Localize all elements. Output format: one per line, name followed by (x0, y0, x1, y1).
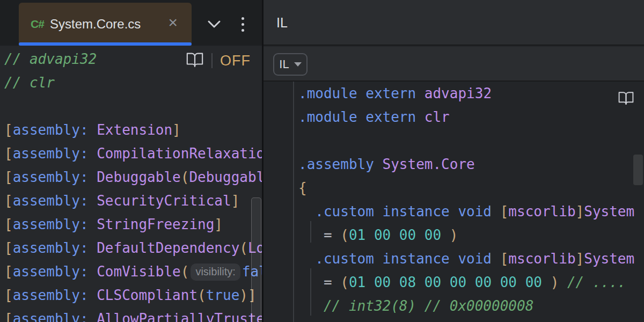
il-mode-dropdown-label: IL (279, 57, 289, 71)
il-editor[interactable]: .module extern advapi32.module extern cl… (264, 82, 644, 322)
editor-tab-bar: C# System.Core.cs × (0, 0, 262, 46)
code-token: // clr (4, 75, 55, 91)
inlay-hint: visibility: (191, 264, 240, 281)
code-token: 01 00 00 00 (349, 227, 450, 243)
code-token: Debuggabl (189, 169, 262, 185)
code-token: assembly: (13, 122, 97, 138)
il-panel-header: IL (264, 0, 644, 46)
code-line: [assembly: AllowPartiallyTruste (4, 307, 262, 322)
code-token: ] (231, 193, 240, 209)
code-line: { (298, 176, 634, 200)
code-token: [ (4, 264, 13, 280)
book-icon[interactable] (618, 90, 634, 108)
code-token: [ (4, 145, 13, 162)
close-tab-icon[interactable]: × (168, 14, 178, 31)
code-line (298, 129, 634, 152)
code-token: [ (4, 311, 13, 322)
book-icon[interactable] (186, 50, 204, 71)
code-line: [assembly: CompilationRelaxatio (4, 142, 262, 165)
editor-overlay-widget: OFF (186, 52, 251, 70)
code-token: .assembly (298, 156, 383, 172)
code-token: SecurityCritical (97, 193, 231, 209)
gutter-separator (293, 82, 294, 322)
decompiler-window: C# System.Core.cs × // advapi32// clr[as… (0, 0, 644, 322)
code-token: System (584, 203, 634, 219)
code-token: StringFreezing (97, 216, 214, 232)
il-editor-code: .module extern advapi32.module extern cl… (298, 82, 634, 318)
csharp-file-icon: C# (31, 18, 44, 31)
code-token: Extension (97, 122, 172, 138)
il-panel-toolbar: IL (264, 47, 644, 82)
code-token: [ (4, 193, 13, 209)
code-token: mscorlib (508, 203, 575, 219)
code-token: clr (425, 109, 450, 125)
code-token: assembly: (13, 264, 97, 280)
csharp-editor[interactable]: // advapi32// clr[assembly: Extension][a… (0, 46, 262, 322)
code-line: .module extern advapi32 (298, 82, 634, 105)
code-token: // advapi32 (4, 51, 97, 67)
code-token: ( (340, 227, 349, 243)
il-mode-dropdown[interactable]: IL (273, 53, 308, 76)
code-line: .custom instance void [mscorlib]System (298, 247, 634, 270)
code-token: [ (500, 251, 509, 267)
code-line: [assembly: StringFreezing] (4, 213, 262, 236)
code-token: assembly: (13, 216, 97, 232)
code-line: .module extern clr (298, 105, 634, 129)
tab-title: System.Core.cs (50, 17, 141, 32)
code-token: ComVisible (97, 264, 181, 280)
code-token: mscorlib (508, 251, 575, 267)
code-token: 01 00 08 00 00 00 00 00 (349, 274, 551, 290)
code-token: ] (576, 203, 584, 219)
code-token: [ (500, 203, 509, 219)
il-viewer-panel: IL IL .module extern advapi32.module ext… (264, 0, 644, 322)
chevron-down-icon[interactable] (204, 15, 224, 32)
code-token: [ (4, 287, 13, 303)
code-line: [assembly: ComVisible(visibility:fal (4, 260, 262, 283)
code-token: ( (340, 274, 349, 290)
code-line: [assembly: DefaultDependency(Lo (4, 236, 262, 260)
code-token: ( (197, 287, 206, 303)
left-editor-scrollbar[interactable] (251, 197, 261, 322)
code-token: ] (214, 216, 223, 232)
code-line: = (01 00 08 00 00 00 00 00 ) // .... (298, 270, 634, 294)
code-token: // int32(8) // 0x00000008 (298, 298, 533, 314)
code-token: .module extern (298, 85, 425, 101)
code-token: Debuggable (97, 169, 181, 185)
code-token: [ (4, 240, 13, 256)
code-token: assembly: (13, 145, 97, 162)
code-token: [ (4, 122, 13, 138)
il-editor-scrollbar[interactable] (633, 155, 643, 185)
code-token: ) (551, 274, 567, 290)
code-line: // clr (4, 71, 262, 94)
code-token: assembly: (13, 287, 97, 303)
code-line (4, 94, 262, 118)
code-line: [assembly: Debuggable(Debuggabl (4, 165, 262, 189)
code-token: = (298, 227, 340, 243)
code-token: DefaultDependency (97, 240, 239, 256)
code-token: ( (181, 264, 189, 280)
code-token: [ (4, 216, 13, 232)
left-editor-code: // advapi32// clr[assembly: Extension][a… (4, 47, 262, 322)
more-options-icon[interactable] (236, 14, 249, 34)
off-toggle[interactable]: OFF (220, 53, 251, 69)
code-token: advapi32 (425, 85, 492, 101)
code-token: CompilationRelaxatio (97, 145, 262, 162)
code-token: System.Core (383, 156, 475, 172)
code-line: // int32(8) // 0x00000008 (298, 294, 634, 318)
code-token: [ (4, 169, 13, 185)
code-line: [assembly: SecurityCritical] (4, 189, 262, 213)
tab-system-core-cs[interactable]: C# System.Core.cs × (19, 3, 192, 46)
code-line: [assembly: Extension] (4, 118, 262, 142)
code-token: ( (239, 240, 248, 256)
code-token: true (206, 287, 240, 303)
code-token: CLSCompliant (97, 287, 197, 303)
code-token: .module extern (298, 109, 425, 125)
code-token: .custom instance void (298, 251, 500, 267)
code-token: assembly: (13, 169, 97, 185)
code-token: // .... (567, 274, 626, 290)
code-token: AllowPartiallyTruste (97, 311, 262, 322)
code-line: = (01 00 00 00 ) (298, 223, 634, 247)
code-token: = (298, 274, 340, 290)
code-token: ) (450, 227, 458, 243)
code-line: .assembly System.Core (298, 152, 634, 176)
